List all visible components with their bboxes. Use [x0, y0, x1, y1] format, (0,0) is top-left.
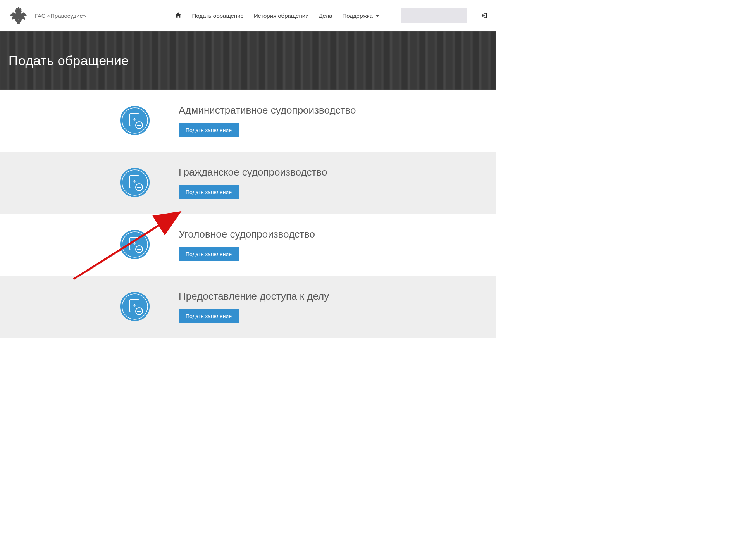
nav-home[interactable]: [175, 12, 182, 20]
service-list: Административное судопроизводство Подать…: [0, 90, 496, 338]
section-title: Административное судопроизводство: [179, 104, 356, 116]
header: ГАС «Правосудие» Подать обращение Истори…: [0, 0, 496, 31]
section-body: Административное судопроизводство Подать…: [179, 104, 356, 137]
nav: Подать обращение История обращений Дела …: [175, 8, 488, 23]
svg-point-15: [120, 230, 150, 259]
page-title: Подать обращение: [9, 53, 129, 68]
section-body: Уголовное судопроизводство Подать заявле…: [179, 228, 315, 261]
submit-button-civil[interactable]: Подать заявление: [179, 185, 239, 199]
svg-point-22: [120, 292, 150, 321]
section-administrative: Административное судопроизводство Подать…: [0, 90, 496, 152]
svg-point-8: [120, 168, 150, 197]
document-add-icon: [120, 230, 150, 259]
nav-history[interactable]: История обращений: [254, 12, 309, 19]
divider: [165, 101, 165, 140]
eagle-logo-icon: [8, 5, 29, 26]
document-add-icon: [120, 106, 150, 135]
section-civil: Гражданское судопроизводство Подать заяв…: [0, 152, 496, 214]
submit-button-access[interactable]: Подать заявление: [179, 309, 239, 323]
divider: [165, 225, 165, 264]
document-add-icon: [120, 292, 150, 321]
section-body: Гражданское судопроизводство Подать заяв…: [179, 166, 327, 199]
svg-point-1: [120, 106, 150, 135]
home-icon: [175, 12, 182, 19]
section-body: Предоставление доступа к делу Подать зая…: [179, 290, 329, 323]
user-info-box[interactable]: [401, 8, 467, 23]
nav-support[interactable]: Поддержка: [343, 12, 379, 19]
chevron-down-icon: [376, 15, 379, 17]
svg-rect-0: [17, 19, 20, 24]
divider: [165, 163, 165, 202]
logout-icon: [481, 12, 488, 19]
section-title: Гражданское судопроизводство: [179, 166, 327, 178]
document-add-icon: [120, 168, 150, 197]
nav-submit[interactable]: Подать обращение: [192, 12, 244, 19]
divider: [165, 287, 165, 326]
brand-title: ГАС «Правосудие»: [35, 12, 86, 19]
section-title: Уголовное судопроизводство: [179, 228, 315, 240]
logout-button[interactable]: [481, 12, 488, 19]
submit-button-criminal[interactable]: Подать заявление: [179, 247, 239, 261]
section-access: Предоставление доступа к делу Подать зая…: [0, 276, 496, 338]
nav-cases[interactable]: Дела: [319, 12, 332, 19]
nav-support-label: Поддержка: [343, 12, 373, 19]
section-title: Предоставление доступа к делу: [179, 290, 329, 302]
section-criminal: Уголовное судопроизводство Подать заявле…: [0, 214, 496, 276]
hero-banner: Подать обращение: [0, 31, 496, 90]
submit-button-administrative[interactable]: Подать заявление: [179, 123, 239, 137]
